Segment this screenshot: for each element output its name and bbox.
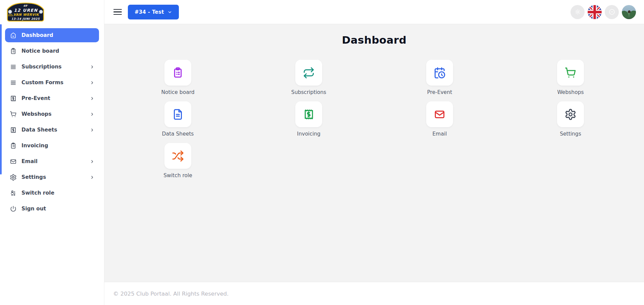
sidebar-item-subscriptions[interactable]: Subscriptions (5, 60, 99, 74)
card-data-sheets[interactable] (164, 101, 191, 127)
rally-plate-logo-image: 49' 12 UREN VAN WERVIK 13-14 JUNI 2025 (5, 2, 46, 22)
theme-sun-icon[interactable] (571, 5, 585, 19)
sidebar-item-label: Invoicing (21, 143, 48, 149)
clipboard-icon (9, 142, 17, 149)
cart-icon (9, 110, 17, 118)
sidebar-item-label: Settings (21, 174, 46, 180)
card-label: Email (432, 131, 447, 137)
chevron-right-icon (90, 96, 95, 101)
event-selector-label: #34 - Test (135, 9, 164, 15)
users-switch-icon (9, 189, 17, 197)
shuffle-icon (172, 150, 184, 162)
sidebar-item-label: Dashboard (21, 32, 53, 38)
main-content: Dashboard Notice board Subscriptions Pre… (104, 24, 644, 282)
receipt-icon (9, 95, 17, 102)
card-label: Webshops (557, 89, 584, 95)
sidebar-item-label: Custom Forms (21, 80, 63, 86)
copyright-text: © 2025 Club Portaal. All Rights Reserved… (113, 291, 229, 297)
event-selector-button[interactable]: #34 - Test (128, 5, 179, 19)
svg-text:13-14 JUNI 2025: 13-14 JUNI 2025 (11, 17, 40, 20)
gear-icon (564, 108, 577, 120)
chevron-right-icon (90, 64, 95, 69)
card-label: Pre-Event (427, 89, 452, 95)
gear-icon (9, 173, 17, 181)
card-subscriptions[interactable] (295, 60, 322, 86)
sidebar-item-pre-event[interactable]: Pre-Event (5, 91, 99, 105)
repeat-icon (303, 67, 315, 79)
sidebar-item-label: Webshops (21, 111, 51, 117)
card-notice-board[interactable] (164, 60, 191, 86)
sidebar-item-webshops[interactable]: Webshops (5, 107, 99, 121)
sidebar-item-invoicing[interactable]: Invoicing (5, 139, 99, 153)
sidebar-scrollbar[interactable] (0, 24, 2, 174)
sidebar-item-custom-forms[interactable]: Custom Forms (5, 75, 99, 90)
sidebar-item-label: Sign out (21, 206, 46, 212)
power-icon (9, 205, 17, 212)
card-settings[interactable] (557, 101, 584, 127)
chevron-down-icon (167, 10, 172, 14)
chevron-right-icon (90, 159, 95, 164)
sidebar-item-settings[interactable]: Settings (5, 170, 99, 184)
language-uk-flag-icon[interactable] (588, 5, 602, 19)
user-avatar[interactable] (622, 5, 636, 19)
sidebar-item-sign-out[interactable]: Sign out (5, 202, 99, 216)
dashboard-card-grid: Notice board Subscriptions Pre-Event Web… (104, 60, 644, 185)
card-label: Switch role (163, 172, 192, 179)
svg-text:12 UREN: 12 UREN (14, 8, 38, 13)
app-logo[interactable]: 49' 12 UREN VAN WERVIK 13-14 JUNI 2025 (0, 0, 104, 23)
sidebar-item-notice-board[interactable]: Notice board (5, 44, 99, 58)
clipboard-icon (172, 67, 184, 79)
card-label: Data Sheets (162, 131, 194, 137)
topbar: #34 - Test (104, 0, 644, 24)
card-label: Subscriptions (291, 89, 326, 95)
card-label: Settings (560, 131, 581, 137)
mail-icon (9, 158, 17, 165)
sidebar-nav: Dashboard Notice board Subscriptions Cus… (0, 23, 104, 216)
card-invoicing[interactable] (295, 101, 322, 127)
card-pre-event[interactable] (426, 60, 453, 86)
card-switch-role[interactable] (164, 143, 191, 169)
card-label: Invoicing (297, 131, 320, 137)
sidebar-item-label: Email (21, 158, 38, 164)
home-smile-icon (9, 32, 17, 39)
sidebar-item-label: Subscriptions (21, 64, 61, 70)
svg-text:49': 49' (23, 4, 28, 7)
topbar-actions (571, 5, 636, 19)
mail-icon (434, 108, 446, 120)
sidebar-item-switch-role[interactable]: Switch role (5, 186, 99, 200)
clipboard-icon (9, 47, 17, 55)
sidebar-item-email[interactable]: Email (5, 154, 99, 168)
sidebar-item-dashboard[interactable]: Dashboard (5, 28, 99, 42)
cart-icon (564, 67, 577, 79)
status-circle-icon[interactable] (605, 5, 619, 19)
sidebar-item-label: Data Sheets (21, 127, 57, 133)
sidebar-item-label: Notice board (21, 48, 59, 54)
receipt-icon (9, 126, 17, 134)
file-text-icon (172, 108, 184, 120)
sidebar-item-label: Pre-Event (21, 95, 50, 101)
footer: © 2025 Club Portaal. All Rights Reserved… (104, 282, 644, 305)
list-icon (9, 63, 17, 70)
sidebar-item-label: Switch role (21, 190, 54, 196)
receipt-dollar-icon (303, 108, 315, 120)
calendar-clock-icon (434, 67, 446, 79)
page-title: Dashboard (104, 24, 644, 46)
chevron-right-icon (90, 112, 95, 117)
sidebar-item-data-sheets[interactable]: Data Sheets (5, 123, 99, 137)
card-webshops[interactable] (557, 60, 584, 86)
chevron-right-icon (90, 175, 95, 180)
sidebar: 49' 12 UREN VAN WERVIK 13-14 JUNI 2025 D… (0, 0, 104, 305)
list-icon (9, 79, 17, 86)
svg-text:VAN WERVIK: VAN WERVIK (13, 13, 40, 16)
card-email[interactable] (426, 101, 453, 127)
menu-toggle-button[interactable] (113, 9, 122, 15)
chevron-right-icon (90, 80, 95, 85)
chevron-right-icon (90, 128, 95, 133)
card-label: Notice board (161, 89, 194, 95)
